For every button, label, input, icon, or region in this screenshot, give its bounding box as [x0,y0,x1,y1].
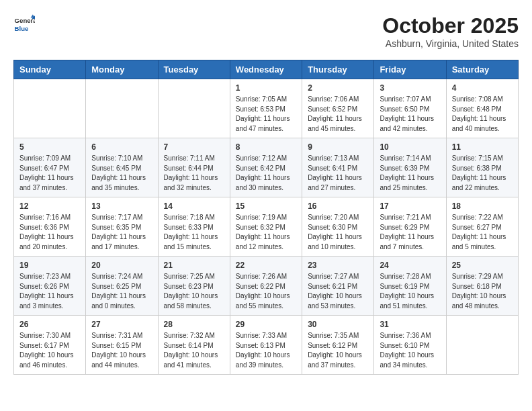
col-header-monday: Monday [86,60,158,79]
col-header-thursday: Thursday [302,60,374,79]
logo-icon: General Blue [13,13,35,35]
col-header-wednesday: Wednesday [230,60,302,79]
logo: General Blue [13,13,35,35]
cell-content: Sunrise: 7:07 AM Sunset: 6:50 PM Dayligh… [380,95,440,134]
cell-content: Sunrise: 7:25 AM Sunset: 6:23 PM Dayligh… [164,272,224,311]
day-number: 25 [452,261,513,270]
col-header-tuesday: Tuesday [158,60,230,79]
cell-content: Sunrise: 7:11 AM Sunset: 6:44 PM Dayligh… [164,154,224,193]
cell-content: Sunrise: 7:06 AM Sunset: 6:52 PM Dayligh… [308,95,368,134]
cell-content: Sunrise: 7:26 AM Sunset: 6:22 PM Dayligh… [236,272,296,311]
day-number: 2 [308,83,368,93]
calendar-week-4: 19Sunrise: 7:23 AM Sunset: 6:26 PM Dayli… [14,257,519,316]
day-number: 23 [308,261,368,270]
calendar-cell-12: 12Sunrise: 7:16 AM Sunset: 6:36 PM Dayli… [14,197,86,257]
calendar-cell-23: 23Sunrise: 7:27 AM Sunset: 6:21 PM Dayli… [302,257,374,316]
calendar-cell-6: 6Sunrise: 7:10 AM Sunset: 6:45 PM Daylig… [86,138,158,197]
cell-content: Sunrise: 7:21 AM Sunset: 6:29 PM Dayligh… [380,213,440,252]
day-number: 20 [91,261,152,270]
col-header-saturday: Saturday [446,60,518,79]
calendar-cell-27: 27Sunrise: 7:31 AM Sunset: 6:15 PM Dayli… [86,316,158,375]
empty-cell [158,79,230,138]
cell-content: Sunrise: 7:30 AM Sunset: 6:17 PM Dayligh… [19,331,80,370]
day-number: 28 [164,320,224,329]
calendar-cell-8: 8Sunrise: 7:12 AM Sunset: 6:42 PM Daylig… [230,138,302,197]
empty-cell [14,79,86,138]
cell-content: Sunrise: 7:27 AM Sunset: 6:21 PM Dayligh… [308,272,368,311]
empty-cell [86,79,158,138]
calendar-cell-3: 3Sunrise: 7:07 AM Sunset: 6:50 PM Daylig… [374,79,446,138]
cell-content: Sunrise: 7:24 AM Sunset: 6:25 PM Dayligh… [91,272,152,311]
day-number: 6 [91,142,152,152]
day-number: 9 [308,142,368,152]
cell-content: Sunrise: 7:22 AM Sunset: 6:27 PM Dayligh… [452,213,513,252]
day-number: 7 [164,142,224,152]
cell-content: Sunrise: 7:19 AM Sunset: 6:32 PM Dayligh… [236,213,296,252]
day-number: 17 [380,201,440,211]
day-number: 19 [19,261,80,270]
cell-content: Sunrise: 7:33 AM Sunset: 6:13 PM Dayligh… [236,331,296,370]
col-header-sunday: Sunday [14,60,86,79]
cell-content: Sunrise: 7:31 AM Sunset: 6:15 PM Dayligh… [91,331,152,370]
calendar-cell-15: 15Sunrise: 7:19 AM Sunset: 6:32 PM Dayli… [230,197,302,257]
calendar-cell-18: 18Sunrise: 7:22 AM Sunset: 6:27 PM Dayli… [446,197,518,257]
day-number: 18 [452,201,513,211]
cell-content: Sunrise: 7:20 AM Sunset: 6:30 PM Dayligh… [308,213,368,252]
day-number: 3 [380,83,440,93]
day-number: 30 [308,320,368,329]
calendar-cell-7: 7Sunrise: 7:11 AM Sunset: 6:44 PM Daylig… [158,138,230,197]
cell-content: Sunrise: 7:17 AM Sunset: 6:35 PM Dayligh… [91,213,152,252]
day-number: 22 [236,261,296,270]
cell-content: Sunrise: 7:10 AM Sunset: 6:45 PM Dayligh… [91,154,152,193]
day-number: 1 [236,83,296,93]
calendar-cell-4: 4Sunrise: 7:08 AM Sunset: 6:48 PM Daylig… [446,79,518,138]
day-number: 11 [452,142,513,152]
page-header: General Blue October 2025 Ashburn, Virgi… [13,13,519,49]
cell-content: Sunrise: 7:13 AM Sunset: 6:41 PM Dayligh… [308,154,368,193]
calendar-cell-20: 20Sunrise: 7:24 AM Sunset: 6:25 PM Dayli… [86,257,158,316]
calendar-cell-19: 19Sunrise: 7:23 AM Sunset: 6:26 PM Dayli… [14,257,86,316]
calendar-cell-28: 28Sunrise: 7:32 AM Sunset: 6:14 PM Dayli… [158,316,230,375]
calendar-cell-9: 9Sunrise: 7:13 AM Sunset: 6:41 PM Daylig… [302,138,374,197]
day-number: 15 [236,201,296,211]
day-number: 12 [19,201,80,211]
day-number: 14 [164,201,224,211]
calendar-cell-10: 10Sunrise: 7:14 AM Sunset: 6:39 PM Dayli… [374,138,446,197]
day-number: 16 [308,201,368,211]
calendar-cell-31: 31Sunrise: 7:36 AM Sunset: 6:10 PM Dayli… [374,316,446,375]
calendar-cell-24: 24Sunrise: 7:28 AM Sunset: 6:19 PM Dayli… [374,257,446,316]
day-number: 31 [380,320,440,329]
calendar-cell-22: 22Sunrise: 7:26 AM Sunset: 6:22 PM Dayli… [230,257,302,316]
calendar-cell-1: 1Sunrise: 7:05 AM Sunset: 6:53 PM Daylig… [230,79,302,138]
svg-text:Blue: Blue [15,25,29,32]
svg-text:General: General [15,17,35,24]
cell-content: Sunrise: 7:05 AM Sunset: 6:53 PM Dayligh… [236,95,296,134]
col-header-friday: Friday [374,60,446,79]
day-number: 13 [91,201,152,211]
day-number: 5 [19,142,80,152]
calendar-cell-30: 30Sunrise: 7:35 AM Sunset: 6:12 PM Dayli… [302,316,374,375]
calendar-cell-5: 5Sunrise: 7:09 AM Sunset: 6:47 PM Daylig… [14,138,86,197]
calendar-cell-26: 26Sunrise: 7:30 AM Sunset: 6:17 PM Dayli… [14,316,86,375]
cell-content: Sunrise: 7:28 AM Sunset: 6:19 PM Dayligh… [380,272,440,311]
calendar-cell-25: 25Sunrise: 7:29 AM Sunset: 6:18 PM Dayli… [446,257,518,316]
day-number: 10 [380,142,440,152]
month-title: October 2025 [382,13,519,38]
calendar-week-1: 1Sunrise: 7:05 AM Sunset: 6:53 PM Daylig… [14,79,519,138]
cell-content: Sunrise: 7:36 AM Sunset: 6:10 PM Dayligh… [380,331,440,370]
calendar-header-row: SundayMondayTuesdayWednesdayThursdayFrid… [14,60,519,79]
calendar-table: SundayMondayTuesdayWednesdayThursdayFrid… [13,60,519,375]
day-number: 26 [19,320,80,329]
calendar-cell-11: 11Sunrise: 7:15 AM Sunset: 6:38 PM Dayli… [446,138,518,197]
calendar-cell-14: 14Sunrise: 7:18 AM Sunset: 6:33 PM Dayli… [158,197,230,257]
cell-content: Sunrise: 7:32 AM Sunset: 6:14 PM Dayligh… [164,331,224,370]
calendar-cell-2: 2Sunrise: 7:06 AM Sunset: 6:52 PM Daylig… [302,79,374,138]
calendar-cell-16: 16Sunrise: 7:20 AM Sunset: 6:30 PM Dayli… [302,197,374,257]
calendar-week-5: 26Sunrise: 7:30 AM Sunset: 6:17 PM Dayli… [14,316,519,375]
day-number: 24 [380,261,440,270]
calendar-cell-29: 29Sunrise: 7:33 AM Sunset: 6:13 PM Dayli… [230,316,302,375]
cell-content: Sunrise: 7:29 AM Sunset: 6:18 PM Dayligh… [452,272,513,311]
cell-content: Sunrise: 7:23 AM Sunset: 6:26 PM Dayligh… [19,272,80,311]
calendar-week-3: 12Sunrise: 7:16 AM Sunset: 6:36 PM Dayli… [14,197,519,257]
calendar-week-2: 5Sunrise: 7:09 AM Sunset: 6:47 PM Daylig… [14,138,519,197]
